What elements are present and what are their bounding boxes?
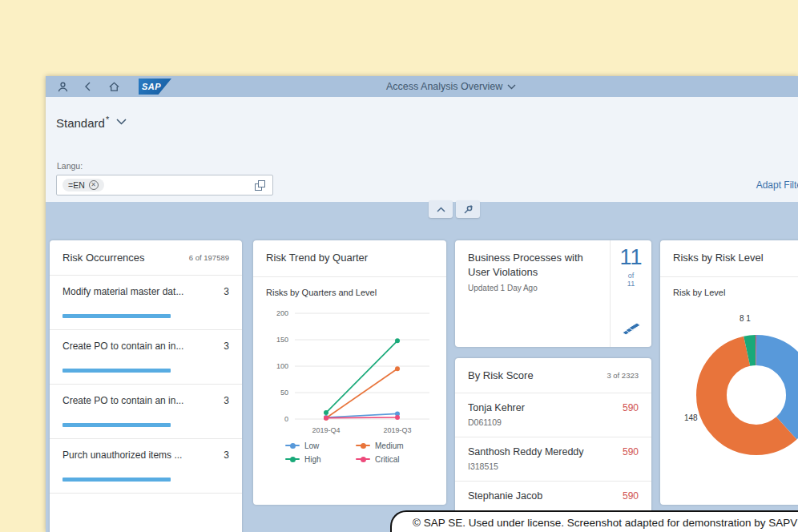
collapse-header-button[interactable]	[429, 200, 453, 218]
card-counter: 3 of 2323	[600, 371, 639, 380]
card-risk-trend[interactable]: Risk Trend by Quarter Risks by Quarters …	[253, 240, 446, 505]
risk-score-list: Tonja Kehrer D061109 590 Santhosh Reddy …	[455, 393, 651, 522]
list-item[interactable]: Purch unauthorized items ... 3	[50, 439, 242, 494]
license-caption: © SAP SE. Used under license. Screenshot…	[390, 510, 798, 532]
business-process-icon	[621, 320, 642, 339]
user-name: Tonja Kehrer	[468, 402, 525, 413]
list-item[interactable]: Modify material master dat... 3	[50, 276, 242, 330]
chart-subtitle: Risk by Level	[660, 277, 798, 299]
filter-bar: Standard* Langu: =EN ✕ Adapt Filters	[46, 97, 798, 202]
card-title: Risk Occurrences	[62, 252, 145, 265]
risk-bar	[62, 369, 171, 373]
chevron-up-icon	[437, 207, 445, 212]
user-icon[interactable]	[55, 79, 70, 94]
risk-score-value: 590	[623, 446, 639, 471]
kpi-of-label: of	[628, 272, 635, 280]
back-icon[interactable]	[81, 79, 95, 94]
adapt-filters-link[interactable]: Adapt Filters	[756, 179, 798, 191]
variant-modified-marker: *	[106, 115, 109, 124]
card-business-processes[interactable]: Business Processes with User Violations …	[455, 240, 651, 347]
svg-text:2019-Q3: 2019-Q3	[383, 426, 411, 434]
risk-score-value: 590	[623, 402, 639, 427]
user-name: Santhosh Reddy Mereddy	[468, 446, 584, 457]
table-row[interactable]: Santhosh Reddy Mereddy I318515 590	[455, 437, 651, 482]
card-title: Risks by Risk Level	[673, 252, 764, 265]
card-risk-occurrences[interactable]: Risk Occurrences 6 of 197589 Modify mate…	[50, 240, 242, 532]
chart-subtitle: Risks by Quarters and Level	[253, 277, 446, 299]
list-item[interactable]: Create PO to contain an in... 3	[50, 330, 242, 385]
risk-label: Create PO to contain an in...	[62, 341, 183, 352]
donut-chart: 8 1148	[660, 300, 798, 473]
risk-bar	[62, 423, 171, 427]
svg-text:200: 200	[276, 309, 288, 317]
chevron-down-icon	[116, 119, 127, 125]
updated-timestamp: Updated 1 Day Ago	[468, 284, 602, 292]
language-filter-label: Langu:	[57, 161, 83, 171]
pin-icon	[463, 204, 474, 215]
risk-count: 3	[219, 286, 229, 297]
table-row[interactable]: Tonja Kehrer D061109 590	[455, 393, 651, 437]
risk-count: 3	[219, 395, 229, 406]
filter-token-text: =EN	[68, 180, 85, 190]
sap-logo[interactable]: SAP	[139, 79, 171, 95]
risk-label: Modify material master dat...	[62, 286, 183, 297]
chevron-down-icon	[507, 84, 516, 90]
svg-text:0: 0	[284, 415, 288, 423]
svg-text:8 1: 8 1	[740, 314, 751, 323]
card-title: Business Processes with User Violations	[468, 251, 602, 279]
license-caption-text: © SAP SE. Used under license. Screenshot…	[413, 517, 798, 529]
legend-item: Critical	[356, 455, 426, 464]
app-window: SAP Access Analysis Overview Standard* L…	[46, 76, 798, 532]
shell-bar: SAP Access Analysis Overview	[46, 76, 798, 97]
risk-bar	[62, 478, 171, 482]
svg-text:148: 148	[684, 413, 698, 422]
card-title: By Risk Score	[468, 369, 534, 383]
kpi-total: 11	[627, 280, 635, 288]
pin-header-button[interactable]	[456, 200, 480, 218]
risk-bar	[62, 314, 171, 318]
card-title: Risk Trend by Quarter	[266, 252, 368, 265]
filter-token: =EN ✕	[62, 179, 104, 191]
card-risks-by-level[interactable]: Risks by Risk Level Risk by Level 8 1148…	[660, 240, 798, 505]
variant-name: Standard	[56, 116, 105, 130]
kpi-value: 11	[619, 247, 642, 268]
header-buttons	[429, 200, 480, 218]
line-chart-legend: Low Medium High Critical	[285, 441, 437, 469]
language-filter-input[interactable]: =EN ✕	[56, 175, 273, 195]
card-counter: 6 of 197589	[183, 253, 229, 262]
user-id: D061109	[468, 417, 525, 427]
legend-item: Medium	[356, 441, 426, 450]
line-chart: 0501001502002019-Q42019-Q3	[258, 302, 441, 440]
svg-text:150: 150	[276, 336, 288, 344]
remove-token-icon[interactable]: ✕	[89, 180, 99, 190]
app-title-menu[interactable]: Access Analysis Overview	[386, 76, 516, 97]
value-help-icon[interactable]	[255, 180, 265, 191]
legend-item: Low	[285, 441, 356, 450]
svg-text:100: 100	[276, 362, 288, 370]
variant-selector[interactable]: Standard*	[56, 115, 127, 131]
risk-count: 3	[219, 341, 229, 352]
list-item[interactable]: Create PO to contain an in... 3	[50, 385, 242, 439]
user-id: I318515	[468, 461, 584, 471]
card-by-risk-score[interactable]: By Risk Score 3 of 2323 Tonja Kehrer D06…	[455, 358, 651, 532]
risk-count: 3	[219, 449, 229, 461]
risk-occurrence-list: Modify material master dat... 3 Create P…	[50, 276, 242, 494]
risk-label: Purch unauthorized items ...	[62, 449, 182, 461]
app-title: Access Analysis Overview	[386, 81, 502, 92]
risk-label: Create PO to contain an in...	[62, 395, 183, 406]
user-name: Stephanie Jacob	[468, 490, 542, 502]
risk-score-value: 590	[623, 490, 639, 512]
legend-item: High	[285, 455, 356, 464]
svg-text:2019-Q4: 2019-Q4	[312, 426, 340, 434]
svg-text:50: 50	[280, 389, 288, 397]
home-icon[interactable]	[107, 79, 121, 94]
